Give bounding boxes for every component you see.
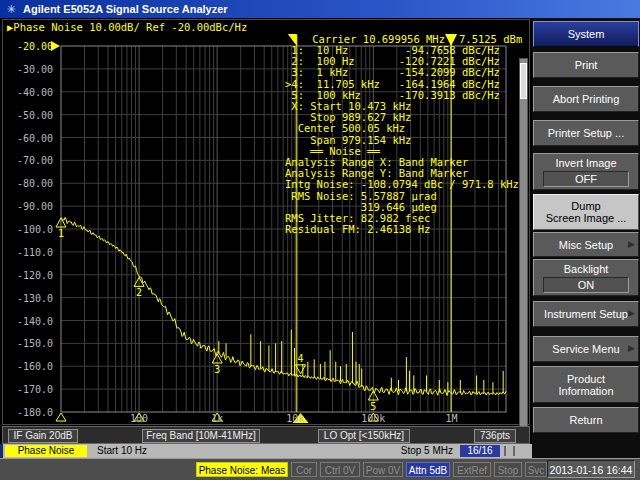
softkey-label: Printer Setup ... (548, 127, 624, 139)
y-axis-label: -60.00 (9, 134, 53, 144)
readout-line: 3: 1 kHz -154.2099 dBc/Hz (285, 67, 519, 78)
readout-line: Residual FM: 2.46138 Hz (285, 224, 519, 235)
softkey-label: Invert Image (555, 157, 616, 169)
agilent-spark-icon: ✳ (3, 2, 19, 16)
softkey-backlight[interactable]: BacklightON (533, 259, 639, 296)
freq-band-indicator: Freq Band [10M-41MHz] (142, 429, 260, 443)
measurement-count-badge: 16/16 (460, 445, 500, 457)
points-indicator: 736pts (474, 429, 516, 443)
y-axis-label: -160.0 (9, 362, 53, 372)
status-indicator-phase-noise-meas: Phase Noise: Meas (196, 462, 288, 477)
sweep-stop-label: Stop 5 MHz (378, 445, 453, 457)
submenu-arrow-icon: ▶ (628, 239, 635, 249)
marker-4-number: 4 (298, 353, 304, 364)
y-axis-label: -150.0 (9, 339, 53, 349)
y-axis-label: -20.00 (9, 42, 53, 52)
marker-3-number: 3 (214, 364, 220, 375)
status-indicator-pow-0v: Pow 0V (363, 462, 403, 477)
softkey-menu: System PrintAbort PrintingPrinter Setup … (532, 18, 640, 458)
x-axis-label: 1M (433, 414, 469, 424)
softkey-product[interactable]: ProductInformation (533, 366, 639, 403)
divider-grip (504, 446, 515, 456)
status-indicator-stop: Stop (494, 462, 522, 477)
marker-1-axis-triangle-icon[interactable] (56, 413, 66, 421)
softkey-service-menu[interactable]: Service Menu▶ (533, 336, 639, 362)
y-axis-label: -70.00 (9, 156, 53, 166)
softkey-state-value: ON (543, 277, 629, 293)
softkey-misc-setup[interactable]: Misc Setup▶ (533, 232, 639, 257)
softkey-label: Information (558, 385, 613, 397)
trigger-bar: Phase Noise Start 10 Hz Stop 5 MHz 16/16 (0, 444, 532, 458)
submenu-arrow-icon: ▶ (628, 308, 635, 318)
window-title-bar: ✳ Agilent E5052A Signal Source Analyzer (0, 0, 640, 18)
softkey-dump[interactable]: DumpScreen Image ... (533, 194, 639, 230)
datetime-indicator: 2013-01-16 16:44 (547, 460, 635, 478)
status-indicator-extref: ExtRef (453, 462, 491, 477)
y-axis-label: -120.0 (9, 271, 53, 281)
softkey-label: Instrument Setup (544, 308, 628, 320)
softkey-return[interactable]: Return (533, 407, 639, 433)
y-axis-label: -100.0 (9, 225, 53, 235)
y-axis-label: -180.0 (9, 408, 53, 418)
y-axis-label: -90.00 (9, 202, 53, 212)
lo-opt-indicator: LO Opt [<150kHz] (318, 429, 410, 443)
x-axis-label: 100k (355, 414, 391, 424)
softkey-label: Product (567, 373, 605, 385)
instrument-screen: 12345 ▶Phase Noise 10.00dB/ Ref -20.00dB… (0, 18, 640, 458)
if-gain-indicator: IF Gain 20dB (8, 429, 78, 443)
softkey-label: Return (569, 414, 602, 426)
y-axis-label: -170.0 (9, 385, 53, 395)
trigger-bar-edge (0, 444, 3, 458)
softkey-invert-image[interactable]: Invert ImageOFF (533, 153, 639, 190)
x-axis-label: 100 (121, 414, 157, 424)
readout-line: Center 500.05 kHz (285, 123, 519, 134)
softkey-label: Misc Setup (559, 239, 613, 251)
softkey-print[interactable]: Print (533, 52, 639, 78)
status-indicator-cor: Cor (291, 462, 317, 477)
scrollbar-thumb[interactable] (520, 63, 527, 99)
y-axis-label: -50.00 (9, 111, 53, 121)
softkey-printer-setup[interactable]: Printer Setup ... (533, 120, 639, 146)
readout-line: Intg Noise: -108.0794 dBc / 971.8 kHz (285, 179, 519, 190)
sweep-start-label: Start 10 Hz (97, 445, 147, 457)
status-indicator-attn-5db: Attn 5dB (406, 462, 450, 477)
y-axis-label: -30.00 (9, 65, 53, 75)
marker-1-number: 1 (58, 228, 64, 239)
marker-2-number: 2 (136, 287, 142, 298)
softkey-state-value: OFF (543, 171, 629, 187)
softkey-scrollbar[interactable] (519, 58, 528, 449)
phase-noise-graph: 12345 ▶Phase Noise 10.00dB/ Ref -20.00dB… (2, 19, 530, 425)
trace-header: ▶Phase Noise 10.00dB/ Ref -20.00dBc/Hz (7, 22, 247, 33)
softkey-label: Print (575, 59, 598, 71)
config-bar: IF Gain 20dB Freq Band [10M-41MHz] LO Op… (2, 426, 530, 444)
active-trace-chip[interactable]: Phase Noise (5, 445, 87, 457)
y-axis-label: -130.0 (9, 294, 53, 304)
status-indicator-ctrl-0v: Ctrl 0V (320, 462, 360, 477)
submenu-arrow-icon: ▶ (628, 343, 635, 353)
status-indicator-svc: Svc (525, 462, 547, 477)
softkey-abort-printing[interactable]: Abort Printing (533, 86, 639, 112)
softkey-label: Abort Printing (553, 93, 620, 105)
softkey-label: Backlight (564, 263, 609, 275)
softkey-label: Dump (571, 200, 600, 212)
y-axis-label: -40.00 (9, 88, 53, 98)
y-axis-label: -110.0 (9, 248, 53, 258)
marker-noise-readout: 1: 10 Hz -94.7658 dBc/Hz 2: 100 Hz -120.… (285, 45, 519, 235)
marker-5-number: 5 (370, 401, 376, 412)
softkey-menu-title: System (533, 21, 639, 47)
x-axis-label: 10k (277, 414, 313, 424)
y-axis-label: -80.00 (9, 179, 53, 189)
softkey-label: Screen Image ... (546, 212, 627, 224)
y-axis-label: -140.0 (9, 317, 53, 327)
window-title: Agilent E5052A Signal Source Analyzer (23, 3, 228, 15)
x-axis-label: 1k (199, 414, 235, 424)
softkey-instrument-setup[interactable]: Instrument Setup▶ (533, 301, 639, 327)
softkey-label: Service Menu (552, 343, 619, 355)
status-bar: 2013-01-16 16:44 Phase Noise: MeasCorCtr… (0, 458, 640, 480)
